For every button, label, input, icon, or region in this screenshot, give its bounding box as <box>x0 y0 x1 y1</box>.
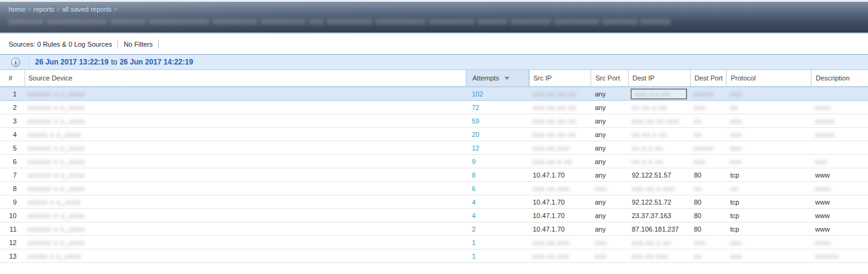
sources-bar: Sources: 0 Rules & 0 Log Sources No Filt… <box>0 34 868 54</box>
cell-dest_port: xxxxx <box>690 141 726 154</box>
grid-body: 1xxxxxx x x_xxxx102xxx.xx.xx.xxanyxxx.x.… <box>0 87 868 263</box>
cell-src_ip: xxx.xx.xx.xx <box>529 114 591 127</box>
redacted-value: xxx <box>595 185 607 192</box>
attempts-link[interactable]: 4 <box>472 198 476 206</box>
table-row[interactable]: 2xxxxxx x x_xxxx72xxx.xx.xx.xxanyxx.xx.x… <box>0 101 868 114</box>
attempts-link[interactable]: 6 <box>472 185 476 192</box>
date-range-bar: i 26 Jun 2017 13:22:19 to 26 Jun 2017 14… <box>0 54 868 70</box>
table-row[interactable]: 12xxxxxx x x_xxxx1xxx.xx.xxxxxxxxx.xx.x.… <box>0 236 868 249</box>
column-header-description[interactable]: Description <box>811 70 868 86</box>
redacted-value: xxxxx <box>694 144 714 152</box>
attempts-link[interactable]: 4 <box>472 212 476 219</box>
table-row[interactable]: 3xxxxxx x x_xxxx59xxx.xx.xx.xxanyxxx.xx.… <box>0 114 868 128</box>
cell-src_port: any <box>591 114 628 127</box>
column-header-dest_port[interactable]: Dest Port <box>690 70 726 86</box>
sort-desc-icon <box>504 77 509 80</box>
cell-dest_ip: xxx.xx.x.xxx <box>628 182 690 195</box>
attempts-link[interactable]: 1 <box>472 239 476 246</box>
redacted-value: xxx.x.x.xx <box>635 90 671 98</box>
redacted-value: xxxxx x x_xxxx <box>28 252 81 260</box>
cell-protocol: xx <box>726 182 811 195</box>
cell-src_port: any <box>591 128 628 141</box>
attempts-link[interactable]: 1 <box>472 252 476 260</box>
column-header-label: Src Port <box>595 74 620 82</box>
column-header-label: # <box>9 74 12 82</box>
cell-dest_port: xxxxx <box>690 87 726 100</box>
masthead: home>reports>all saved reports> xxxxxxx … <box>0 2 868 34</box>
table-row[interactable]: 11xxxxxx x x_xxxx210.47.1.70any87.106.18… <box>0 222 868 236</box>
breadcrumb-link-all-saved-reports[interactable]: all saved reports <box>62 6 112 13</box>
table-row[interactable]: 8xxxxxx x x_xxxx6xxx.xx.xxxxxxxxx.xx.x.x… <box>0 182 868 195</box>
focused-cell-outline: xxx.x.x.xx <box>631 88 687 100</box>
column-header-label: Dest IP <box>632 74 655 82</box>
column-header-dest_ip[interactable]: Dest IP <box>628 70 690 86</box>
cell-protocol: xxx <box>726 141 811 154</box>
cell-src_ip: 10.47.1.70 <box>529 222 591 235</box>
attempts-link[interactable]: 2 <box>472 225 476 233</box>
redacted-value: xxxxxx x x_xxxx <box>28 104 85 111</box>
row-number: 4 <box>0 128 25 141</box>
attempts-link[interactable]: 102 <box>472 90 483 98</box>
redacted-value: xxx.xx.xxx <box>533 239 570 246</box>
info-icon[interactable]: i <box>11 58 20 67</box>
cell-description <box>811 141 868 154</box>
column-header-protocol[interactable]: Protocol <box>726 70 811 86</box>
breadcrumb-separator: > <box>113 6 117 13</box>
page-title: xxxxxxx xxxxxxxxxxxx xxxxxxx xxxxxxxxxxx… <box>9 17 671 26</box>
cell-src_ip: xxx.xx.x.xx <box>529 155 591 168</box>
column-header-label: Src IP <box>533 74 552 82</box>
redacted-value: xxxxxx x x_xxxx <box>28 171 85 179</box>
cell-description: xxxxx <box>811 114 868 127</box>
cell-description: xxxx <box>811 182 868 195</box>
attempts-link[interactable]: 9 <box>472 158 476 165</box>
column-header-label: Dest Port <box>695 74 723 82</box>
redacted-value: xxxxxx x x_xxxx <box>28 225 85 233</box>
cell-device: xxxxx x x_xxxx <box>25 249 466 262</box>
attempts-link[interactable]: 20 <box>472 131 479 138</box>
attempts-link[interactable]: 59 <box>472 117 479 125</box>
redacted-value: xx.xx.x.xx <box>632 131 667 138</box>
column-header-src_port[interactable]: Src Port <box>591 70 628 86</box>
column-header-attempts[interactable]: Attempts <box>466 70 529 86</box>
column-header-src_ip[interactable]: Src IP <box>529 70 591 86</box>
table-row[interactable]: 5xxxxxx x x_xxxx12xxx.xx.xxxanyxx.x.x.xx… <box>0 141 868 155</box>
cell-dest_port: xxx <box>690 155 726 168</box>
cell-protocol: tcp <box>726 209 811 222</box>
table-row[interactable]: 9xxxxx x x_xxxx410.47.1.70any92.122.51.7… <box>0 195 868 209</box>
breadcrumb-link-reports[interactable]: reports <box>33 6 54 13</box>
table-row[interactable]: 7xxxxxx x x_xxxx810.47.1.70any92.122.51.… <box>0 168 868 182</box>
cell-src_ip: 10.47.1.70 <box>529 168 591 181</box>
column-header-device[interactable]: Source Device <box>25 70 466 86</box>
redacted-value: xxxxx <box>694 90 714 98</box>
cell-src_ip: xxx.xx.xxx <box>529 236 591 249</box>
cell-device: xxxxxx x x_xxxx <box>25 141 466 154</box>
attempts-link[interactable]: 72 <box>472 104 479 111</box>
redacted-value: xxxxxx x x_xxxx <box>28 158 85 165</box>
cell-src_ip: xxx.xx.xxx <box>529 141 591 154</box>
breadcrumb-link-home[interactable]: home <box>9 6 26 13</box>
cell-src_port: xxx <box>591 249 628 262</box>
cell-src_port: any <box>591 155 628 168</box>
cell-dest_port: xx <box>690 182 726 195</box>
cell-device: xxxxxx x x_xxxx <box>25 222 466 235</box>
row-number: 13 <box>0 249 25 262</box>
table-row[interactable]: 6xxxxxx x x_xxxx9xxx.xx.x.xxanyxx.x.x.xx… <box>0 155 868 168</box>
redacted-value: xxx.xx.xxx <box>533 185 570 192</box>
table-row[interactable]: 1xxxxxx x x_xxxx102xxx.xx.xx.xxanyxxx.x.… <box>0 87 868 101</box>
attempts-link[interactable]: 12 <box>472 144 479 152</box>
table-row[interactable]: 10xxxxxx x x_xxxx410.47.1.70any23.37.37.… <box>0 209 868 222</box>
cell-dest_ip: 92.122.51.57 <box>628 168 690 181</box>
column-header-num[interactable]: # <box>0 70 25 86</box>
cell-protocol: xxx <box>726 155 811 168</box>
divider <box>28 57 29 67</box>
breadcrumb-separator: > <box>28 6 31 13</box>
cell-dest_port: xx <box>690 128 726 141</box>
cell-attempts: 8 <box>466 168 529 181</box>
cell-description: xxxx <box>811 236 868 249</box>
redacted-value: xxx <box>815 158 827 165</box>
table-row[interactable]: 4xxxxx x x_xxxx20xxx.xx.xx.xxanyxx.xx.x.… <box>0 128 868 141</box>
cell-dest_ip: xxx.xx.x.xx <box>628 236 690 249</box>
table-row[interactable]: 13xxxxx x x_xxxx1xxx.xx.xxxxxxxxx.xx.xxx… <box>0 249 868 263</box>
attempts-link[interactable]: 8 <box>472 171 476 179</box>
redacted-value: xxxxxx x x_xxxx <box>28 117 85 125</box>
